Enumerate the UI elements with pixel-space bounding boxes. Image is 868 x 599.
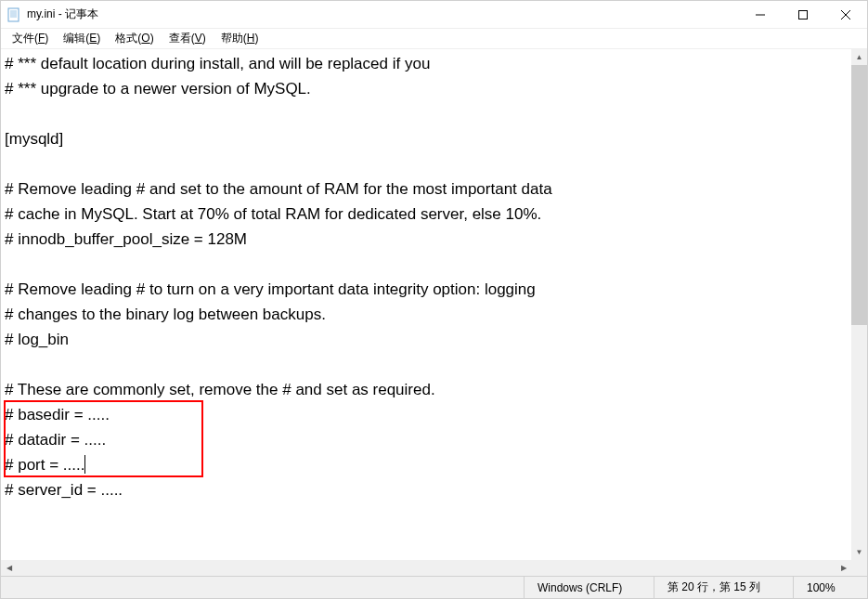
- editor-area: # *** default location during install, a…: [1, 49, 867, 576]
- vertical-scroll-thumb[interactable]: [851, 65, 867, 325]
- menu-help[interactable]: 帮助(H): [214, 29, 266, 48]
- scroll-down-button[interactable]: ▼: [851, 544, 867, 560]
- menu-format[interactable]: 格式(O): [108, 29, 161, 48]
- titlebar: my.ini - 记事本: [1, 1, 867, 29]
- menu-view[interactable]: 查看(V): [162, 29, 214, 48]
- window-controls: [739, 1, 867, 29]
- svg-rect-6: [799, 10, 808, 19]
- highlight-box: [4, 400, 203, 477]
- window-title: my.ini - 记事本: [25, 7, 739, 22]
- status-cursor-position: 第 20 行，第 15 列: [654, 577, 793, 598]
- scroll-right-button[interactable]: ▶: [836, 560, 851, 576]
- statusbar: Windows (CRLF) 第 20 行，第 15 列 100%: [1, 576, 867, 598]
- horizontal-scrollbar[interactable]: ◀ ▶: [1, 560, 851, 576]
- status-encoding: Windows (CRLF): [524, 577, 654, 598]
- vertical-scrollbar[interactable]: ▲ ▼: [851, 49, 867, 560]
- scroll-corner: [851, 560, 867, 576]
- minimize-button[interactable]: [739, 1, 782, 29]
- maximize-button[interactable]: [782, 1, 824, 29]
- status-zoom: 100%: [793, 577, 867, 598]
- menu-edit[interactable]: 编辑(E): [56, 29, 108, 48]
- scroll-left-button[interactable]: ◀: [1, 560, 17, 576]
- close-button[interactable]: [824, 1, 867, 29]
- notepad-icon: [6, 7, 21, 22]
- scroll-up-button[interactable]: ▲: [851, 49, 867, 65]
- menubar: 文件(F) 编辑(E) 格式(O) 查看(V) 帮助(H): [1, 29, 867, 49]
- menu-file[interactable]: 文件(F): [5, 29, 56, 48]
- text-content[interactable]: # *** default location during install, a…: [1, 49, 867, 560]
